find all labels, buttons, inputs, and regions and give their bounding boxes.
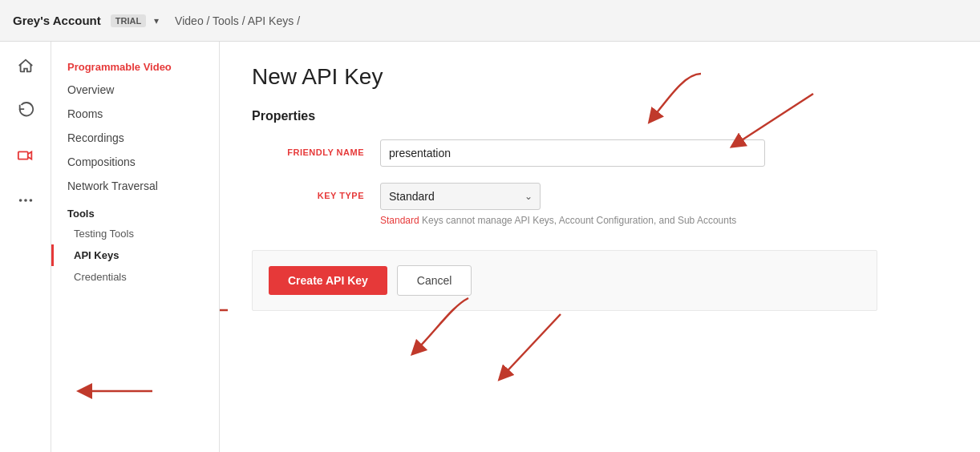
home-icon[interactable] [11, 51, 40, 80]
sidebar-item-api-keys[interactable]: API Keys [51, 244, 219, 266]
cancel-button[interactable]: Cancel [397, 265, 472, 296]
svg-point-1 [18, 199, 22, 202]
section-title: Properties [252, 109, 948, 123]
friendly-name-input[interactable] [380, 139, 765, 167]
breadcrumb: Video / Tools / API Keys / [175, 14, 300, 27]
friendly-name-label: FRIENDLY NAME [252, 139, 380, 157]
key-type-select[interactable]: Standard Restricted [380, 183, 541, 210]
topbar: Grey's Account TRIAL ▾ Video / Tools / A… [0, 0, 980, 42]
nav-sidebar: Programmable Video Overview Rooms Record… [51, 42, 220, 452]
video-camera-icon[interactable] [11, 141, 40, 170]
sidebar-item-rooms[interactable]: Rooms [51, 102, 219, 126]
hint-text: Keys cannot manage API Keys, Account Con… [422, 215, 736, 226]
hint-highlight: Standard [380, 215, 419, 226]
sidebar-item-recordings[interactable]: Recordings [51, 126, 219, 150]
key-type-row: KEY TYPE Standard Restricted ⌄ Standard … [252, 183, 948, 226]
svg-point-3 [29, 199, 32, 202]
key-type-label: KEY TYPE [252, 183, 380, 200]
form: FRIENDLY NAME KEY TYPE Standard Restrict… [252, 139, 948, 226]
svg-rect-0 [18, 151, 27, 159]
sidebar-item-network-traversal[interactable]: Network Traversal [51, 174, 219, 198]
friendly-name-row: FRIENDLY NAME [252, 139, 948, 167]
chevron-down-icon[interactable]: ▾ [154, 15, 159, 26]
main-content: New API Key Properties [220, 42, 980, 452]
icon-sidebar [0, 42, 51, 452]
trial-badge: TRIAL [111, 14, 146, 27]
sidebar-item-credentials[interactable]: Credentials [51, 266, 219, 288]
page-title: New API Key [252, 64, 948, 90]
key-type-select-wrap: Standard Restricted ⌄ [380, 183, 541, 210]
sidebar-item-overview[interactable]: Overview [51, 78, 219, 102]
nav-section-title: Programmable Video [51, 54, 219, 78]
svg-point-2 [24, 199, 27, 202]
create-api-key-button[interactable]: Create API Key [269, 266, 387, 295]
sidebar-item-compositions[interactable]: Compositions [51, 150, 219, 174]
more-icon[interactable] [11, 186, 40, 215]
key-type-hint: Standard Keys cannot manage API Keys, Ac… [380, 215, 948, 226]
sidebar-item-testing-tools[interactable]: Testing Tools [51, 223, 219, 244]
account-name: Grey's Account [13, 14, 101, 27]
friendly-name-field [380, 139, 948, 167]
nav-tools-group: Tools [51, 198, 219, 223]
action-bar: Create API Key Cancel [252, 250, 877, 311]
refresh-icon[interactable] [11, 96, 40, 125]
key-type-field: Standard Restricted ⌄ Standard Keys cann… [380, 183, 948, 226]
layout: Programmable Video Overview Rooms Record… [0, 42, 980, 452]
